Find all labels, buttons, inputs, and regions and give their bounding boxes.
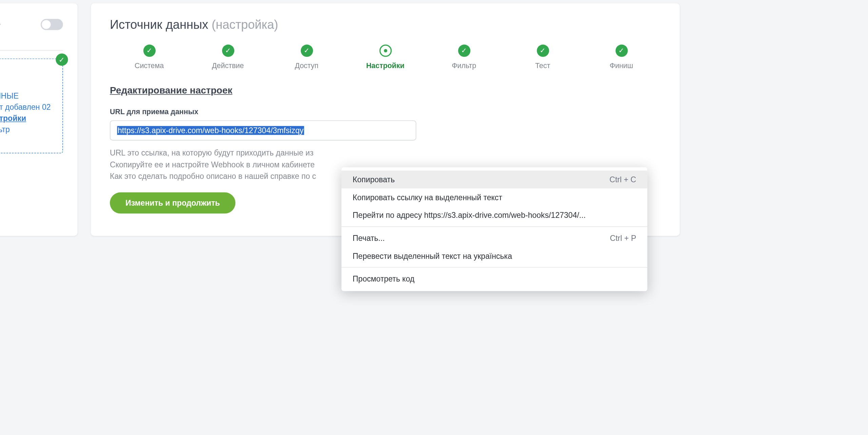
ctx-copy-link[interactable]: Копировать ссылку на выделенный текст: [341, 188, 647, 206]
settings-title: Источник данных (настройка): [110, 18, 661, 33]
url-input[interactable]: https://s3.apix-drive.com/web-hooks/1273…: [110, 120, 416, 140]
link-filter[interactable]: изменить фильтр: [0, 125, 55, 134]
save-continue-button[interactable]: Изменить и продолжить: [110, 192, 236, 214]
section-heading: Редактирование настроек: [110, 85, 661, 97]
step-filter[interactable]: ✓Фильтр: [425, 45, 503, 70]
ctx-inspect[interactable]: Просмотреть код: [341, 270, 647, 288]
url-field-label: URL для приема данных: [110, 108, 661, 116]
link-test[interactable]: проверить: [0, 136, 55, 145]
main-content: Связь Главная/ Связи/ QUIZELL Связь (ID:…: [0, 0, 697, 350]
check-icon: ✓: [56, 54, 68, 66]
link-settings[interactable]: изменить настройки: [0, 114, 55, 123]
step-finish[interactable]: ✓Финиш: [582, 45, 661, 70]
step-test[interactable]: ✓Тест: [504, 45, 582, 70]
ctx-goto[interactable]: Перейти по адресу https://s3.apix-drive.…: [341, 206, 647, 224]
connection-name: QUIZELL: [0, 36, 63, 51]
enable-toggle[interactable]: [41, 19, 63, 30]
step-system[interactable]: ✓Система: [110, 45, 189, 70]
ctx-copy[interactable]: КопироватьCtrl + C: [341, 171, 647, 189]
link-access[interactable]: Quizell (аккаунт добавлен 02: [0, 103, 55, 111]
step-access[interactable]: ✓Доступ: [267, 45, 346, 70]
link-action[interactable]: Загрузить ДАННЫЕ: [0, 91, 55, 100]
step-action[interactable]: ✓Действие: [189, 45, 267, 70]
connection-card: Связь (ID: 45354) QUIZELL ✓ 1 ИСТОЧНИК Д…: [0, 3, 78, 236]
gear-icon[interactable]: [0, 19, 1, 29]
ctx-print[interactable]: Печать...Ctrl + P: [341, 229, 647, 247]
link-system[interactable]: Quizell: [0, 80, 55, 89]
ctx-translate[interactable]: Перевести выделенный текст на українська: [341, 247, 647, 265]
source-block: ✓ 1 ИСТОЧНИК ДАННЫХ СистемаQuizell Дейст…: [0, 59, 63, 153]
step-settings[interactable]: Настройки: [346, 45, 425, 70]
stepper: ✓Система ✓Действие ✓Доступ Настройки ✓Фи…: [110, 45, 661, 70]
context-menu: КопироватьCtrl + C Копировать ссылку на …: [341, 167, 647, 291]
